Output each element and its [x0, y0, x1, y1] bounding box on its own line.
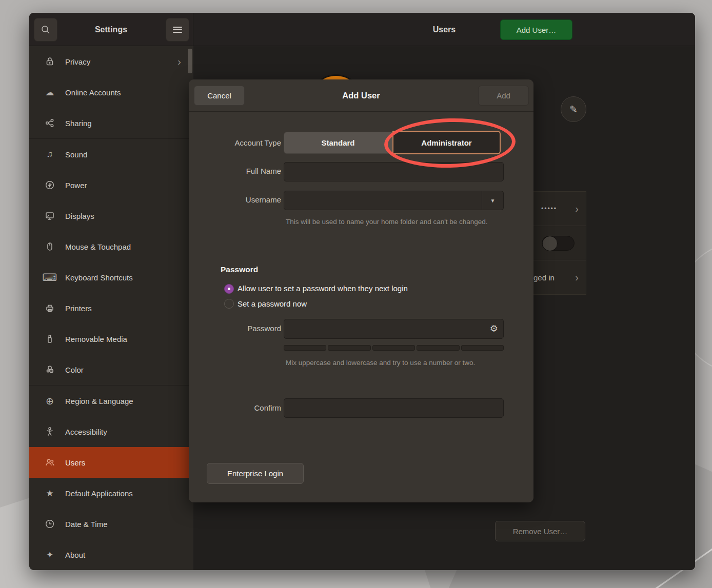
search-icon [41, 25, 51, 35]
pencil-icon: ✎ [569, 104, 578, 115]
cancel-button[interactable]: Cancel [194, 86, 245, 106]
star-icon: ★ [44, 487, 56, 499]
sidebar-item-label: Removable Media [65, 335, 127, 343]
radio-set-password-now[interactable] [224, 299, 234, 309]
sidebar-item-date-time[interactable]: Date & Time [29, 509, 193, 539]
sidebar-item-region-language[interactable]: ⊕ Region & Language [29, 386, 193, 416]
sidebar-item-privacy[interactable]: Privacy › [29, 46, 193, 77]
sidebar-item-removable-media[interactable]: Removable Media [29, 323, 193, 354]
standard-account-button[interactable]: Standard [284, 132, 392, 154]
sidebar-item-label: Users [65, 458, 85, 467]
chevron-down-icon: ▼ [490, 198, 496, 204]
account-type-label: Account Type [189, 138, 281, 147]
sidebar-item-label: Sharing [65, 119, 92, 128]
username-combobox[interactable]: ▼ [284, 191, 504, 210]
menu-button[interactable] [166, 18, 189, 42]
share-icon [44, 117, 56, 129]
remove-user-button[interactable]: Remove User… [495, 521, 585, 541]
password-strength-meter [284, 345, 504, 351]
chevron-right-icon: › [575, 203, 579, 215]
toggle-knob [542, 236, 558, 251]
search-button[interactable] [34, 18, 57, 42]
cloud-icon: ☁ [44, 86, 56, 98]
power-icon [44, 179, 56, 191]
sidebar-item-label: Displays [65, 212, 94, 220]
sidebar-item-accessibility[interactable]: Accessibility [29, 416, 193, 447]
sidebar-item-label: Mouse & Touchpad [65, 242, 131, 251]
hamburger-icon [173, 25, 182, 34]
sidebar-item-label: Default Applications [65, 489, 133, 498]
sidebar-item-sharing[interactable]: Sharing [29, 108, 193, 138]
sidebar-item-displays[interactable]: Displays [29, 200, 193, 231]
music-note-icon: ♫ [44, 148, 56, 160]
password-hint: Mix uppercase and lowercase and try to u… [286, 358, 488, 369]
sidebar-item-online-accounts[interactable]: ☁ Online Accounts [29, 77, 193, 108]
add-confirm-button[interactable]: Add [478, 86, 529, 106]
users-icon [44, 456, 56, 469]
page-title: Users [193, 13, 695, 46]
usb-icon [44, 333, 56, 345]
dropdown-button[interactable]: ▼ [482, 191, 503, 210]
sidebar-item-users[interactable]: Users [29, 447, 193, 478]
settings-window: Settings Users Add User… – ▢ ✕ Privacy ›… [29, 13, 695, 570]
titlebar: Settings Users Add User… – ▢ ✕ [29, 13, 695, 46]
radio-next-login[interactable] [224, 284, 234, 294]
keyboard-icon: ⌨ [44, 271, 56, 283]
sidebar-item-label: Color [65, 366, 84, 374]
accessibility-icon [44, 425, 56, 438]
globe-icon: ⊕ [44, 395, 56, 407]
sidebar-item-label: Power [65, 181, 87, 190]
sidebar-scrollbar[interactable] [188, 49, 192, 73]
full-name-label: Full Name [189, 167, 281, 175]
clock-icon [44, 518, 56, 530]
sidebar-item-label: Region & Language [65, 397, 133, 405]
password-dots: ••••• [541, 205, 557, 212]
radio-set-password-now-label[interactable]: Set a password now [238, 299, 307, 308]
sidebar-item-label: Accessibility [65, 428, 107, 436]
sidebar-item-label: Privacy [65, 57, 90, 66]
generate-password-icon[interactable]: ⚙ [490, 323, 498, 334]
add-user-button[interactable]: Add User… [500, 19, 572, 40]
color-icon [44, 363, 56, 376]
enterprise-login-button[interactable]: Enterprise Login [207, 463, 304, 484]
chevron-right-icon: › [575, 272, 579, 283]
strength-segment [417, 345, 459, 351]
sidebar-item-printers[interactable]: Printers [29, 293, 193, 323]
titlebar-left: Settings [29, 13, 193, 46]
strength-segment [372, 345, 415, 351]
automatic-login-toggle[interactable] [542, 236, 575, 251]
sidebar-item-color[interactable]: Color [29, 354, 193, 385]
username-hint: This will be used to name your home fold… [286, 217, 488, 228]
display-icon [44, 210, 56, 222]
sidebar-item-label: Sound [65, 150, 87, 159]
sidebar-item-mouse-touchpad[interactable]: Mouse & Touchpad [29, 231, 193, 262]
password-input[interactable]: ⚙ [284, 319, 504, 339]
sidebar-item-label: Printers [65, 304, 92, 313]
strength-segment [461, 345, 504, 351]
sidebar-item-label: Online Accounts [65, 88, 121, 97]
sidebar-item-about[interactable]: ✦ About [29, 539, 193, 570]
sidebar-item-label: About [65, 551, 85, 559]
sparkle-icon: ✦ [44, 549, 56, 561]
sidebar-item-power[interactable]: Power [29, 170, 193, 200]
sidebar: Privacy › ☁ Online Accounts Sharing ♫ So… [29, 46, 193, 570]
username-label: Username [189, 195, 281, 204]
sidebar-item-keyboard-shortcuts[interactable]: ⌨ Keyboard Shortcuts [29, 262, 193, 293]
sidebar-item-label: Date & Time [65, 520, 108, 529]
logged-in-text: ged in [533, 273, 555, 282]
dialog-header: Cancel Add User Add [189, 79, 533, 112]
sidebar-item-label: Keyboard Shortcuts [65, 273, 133, 282]
strength-segment [328, 345, 370, 351]
chevron-right-icon: › [177, 55, 181, 68]
sidebar-item-default-applications[interactable]: ★ Default Applications [29, 478, 193, 509]
confirm-password-input[interactable] [284, 398, 504, 418]
edit-avatar-button[interactable]: ✎ [561, 96, 586, 122]
lock-icon [44, 55, 56, 68]
password-section-title: Password [221, 265, 258, 274]
mouse-icon [44, 240, 56, 253]
strength-segment [284, 345, 326, 351]
printer-icon [44, 302, 56, 314]
sidebar-item-sound[interactable]: ♫ Sound [29, 139, 193, 170]
radio-next-login-label[interactable]: Allow user to set a password when they n… [238, 284, 408, 293]
password-label: Password [189, 324, 281, 333]
